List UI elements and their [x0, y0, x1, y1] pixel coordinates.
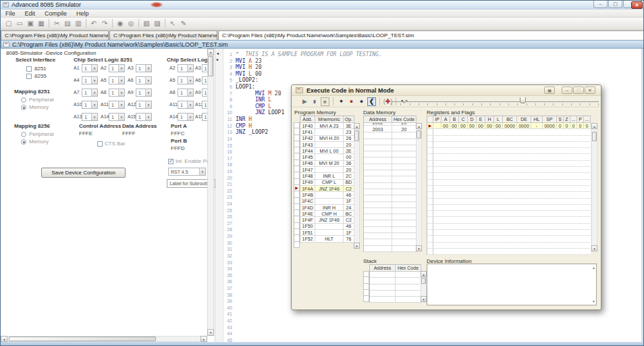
- expand-right-icon[interactable]: ▸: [217, 57, 219, 61]
- chip-select-dropdown[interactable]: 1: [136, 76, 152, 84]
- registers-table[interactable]: IPABCDEHLBCDEHLSPSZ...P...▶0000000000000…: [427, 116, 591, 255]
- new-file-icon[interactable]: ▢: [4, 19, 14, 28]
- code-line[interactable]: 2MVI A 23: [223, 58, 641, 65]
- code-line[interactable]: 42: [223, 318, 641, 324]
- scroll-down-icon[interactable]: ▾: [421, 296, 427, 302]
- save-all-icon[interactable]: ▦: [36, 19, 46, 28]
- code-line[interactable]: 44: [223, 330, 641, 337]
- device-information-box[interactable]: ▲ ▼: [427, 264, 597, 305]
- code-line[interactable]: 3MVI H 20: [223, 64, 641, 71]
- dialog-minimize-button[interactable]: [562, 86, 572, 94]
- int-enable-checkbox[interactable]: [168, 159, 173, 164]
- scroll-left-icon[interactable]: ◂: [1, 336, 7, 342]
- program-memory-table[interactable]: Add.MnemonicOp.1F40MVI A 233E1F41231F42M…: [300, 116, 354, 243]
- scrollbar-thumb[interactable]: [354, 130, 359, 141]
- scroll-up-icon[interactable]: ▴: [354, 123, 360, 129]
- chip-select-dropdown[interactable]: 1: [109, 101, 125, 109]
- step-back-icon[interactable]: ❮: [367, 97, 376, 106]
- chip-select-dropdown[interactable]: 1: [178, 101, 194, 109]
- chip-select-dropdown[interactable]: 1: [82, 76, 98, 84]
- scrollbar-thumb[interactable]: [421, 278, 426, 284]
- cts-bar-checkbox[interactable]: [97, 141, 103, 147]
- watchpoint-icon[interactable]: ●: [357, 97, 366, 106]
- menu-item-edit[interactable]: Edit: [20, 9, 41, 18]
- chip-select-dropdown[interactable]: 1: [136, 89, 152, 97]
- copy-icon[interactable]: ▤: [63, 19, 72, 28]
- checkbox-8255[interactable]: [26, 74, 32, 79]
- scroll-right-icon[interactable]: ▸: [200, 336, 207, 342]
- config-vscroll-thumb[interactable]: [208, 56, 213, 76]
- help-pointer-icon[interactable]: ↖: [168, 19, 178, 28]
- rst-dropdown[interactable]: RST 4.5: [168, 168, 206, 176]
- scroll-down-icon[interactable]: ▾: [591, 245, 597, 251]
- document-close-button[interactable]: [631, 1, 643, 9]
- chip-select-dropdown[interactable]: 1: [178, 76, 194, 84]
- feedback-icon[interactable]: ✎: [179, 19, 188, 28]
- find-icon[interactable]: ◉: [115, 19, 125, 28]
- data-memory-table[interactable]: AddressHex Code200220200320: [363, 116, 417, 252]
- chip-select-dropdown[interactable]: 1: [136, 101, 152, 109]
- code-line[interactable]: 41: [223, 311, 641, 318]
- save-icon[interactable]: ▣: [26, 19, 35, 28]
- maximize-button[interactable]: [608, 1, 622, 8]
- vertical-scrollbar[interactable]: [354, 123, 360, 249]
- dialog-maximize-button[interactable]: [573, 86, 584, 94]
- dialog-pin-button[interactable]: [544, 86, 555, 94]
- radio-8256-peripheral[interactable]: [21, 132, 26, 137]
- chip-select-dropdown[interactable]: 1: [109, 64, 125, 72]
- radio-8256-memory[interactable]: [21, 139, 26, 145]
- scroll-down-icon[interactable]: ▾: [207, 329, 214, 336]
- save-device-configuration-button[interactable]: Save Device Configuration: [41, 168, 126, 178]
- code-line[interactable]: 5_LOOP2:: [223, 77, 641, 84]
- chip-select-dropdown[interactable]: 1: [109, 76, 125, 84]
- chip-select-dropdown[interactable]: 1: [82, 101, 98, 109]
- scrollbar-thumb[interactable]: [417, 130, 421, 139]
- scroll-up-icon[interactable]: ▴: [416, 123, 422, 129]
- open-file-icon[interactable]: ▭: [15, 19, 24, 28]
- code-line[interactable]: 43: [223, 324, 641, 331]
- cut-icon[interactable]: ✂: [52, 19, 61, 28]
- code-line[interactable]: 1* THIS IS A SAMPLE PROGRAM FOR LOOP TES…: [223, 51, 641, 58]
- dialog-close-button[interactable]: [585, 86, 595, 94]
- scroll-up-icon[interactable]: ▲: [592, 266, 595, 270]
- panel-splitter[interactable]: ◂ ▸: [215, 49, 223, 342]
- speed-slider-track[interactable]: [392, 101, 599, 102]
- breakpoint-icon[interactable]: ●: [347, 97, 356, 106]
- file-tab-2[interactable]: C:\Program Files (x86)\My Product Name\w…: [109, 30, 217, 40]
- chip-select-dropdown[interactable]: 1: [82, 89, 98, 97]
- chip-select-dropdown[interactable]: 1: [178, 89, 194, 97]
- find-replace-icon[interactable]: ◎: [126, 19, 136, 28]
- menu-item-help[interactable]: Help: [72, 9, 94, 18]
- redo-icon[interactable]: ↷: [100, 19, 109, 28]
- speed-slider-thumb[interactable]: [520, 97, 526, 103]
- scroll-down-icon[interactable]: ▼: [592, 299, 595, 303]
- chip-select-dropdown[interactable]: 1: [109, 113, 125, 121]
- menu-item-compile[interactable]: Compile: [40, 9, 72, 18]
- collapse-left-icon[interactable]: ◂: [217, 51, 219, 55]
- window-layout-icon[interactable]: ▨: [153, 19, 162, 28]
- checkbox-8251[interactable]: [26, 66, 32, 72]
- minimize-button[interactable]: [593, 1, 608, 8]
- code-line[interactable]: 4MVI L 00: [223, 71, 641, 78]
- chip-select-dropdown[interactable]: 1: [82, 113, 98, 121]
- vertical-scrollbar[interactable]: [591, 123, 597, 251]
- scroll-down-icon[interactable]: ▾: [354, 243, 360, 249]
- chip-select-dropdown[interactable]: 1: [82, 64, 98, 72]
- scroll-up-icon[interactable]: ▴: [421, 271, 427, 277]
- file-tab-1[interactable]: C:\Program Files (x86)\My Product Name\w…: [1, 30, 109, 40]
- scroll-up-icon[interactable]: ▴: [207, 49, 214, 55]
- scrollbar-thumb[interactable]: [592, 132, 597, 141]
- config-vertical-scrollbar[interactable]: [207, 49, 214, 336]
- vertical-scrollbar[interactable]: [416, 123, 422, 251]
- scroll-up-icon[interactable]: ▴: [591, 123, 597, 129]
- chip-select-dropdown[interactable]: 1: [109, 89, 125, 97]
- pause-icon[interactable]: ‖: [311, 97, 319, 106]
- chip-select-dropdown[interactable]: 1: [178, 113, 194, 121]
- radio-8251-memory[interactable]: [21, 105, 26, 110]
- paste-icon[interactable]: ▥: [74, 19, 83, 28]
- chip-select-dropdown[interactable]: 1: [136, 64, 152, 72]
- step-into-icon[interactable]: ✦: [337, 97, 346, 106]
- stack-table[interactable]: AddressHex Code: [369, 264, 421, 303]
- menu-item-file[interactable]: File: [1, 9, 20, 18]
- scroll-down-icon[interactable]: ▾: [416, 245, 422, 251]
